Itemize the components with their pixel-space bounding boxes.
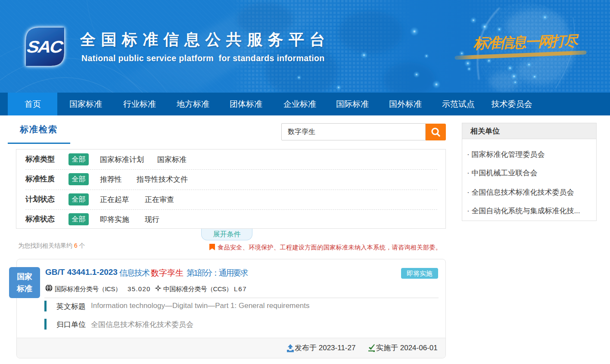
svg-text:标准信息一网打尽: 标准信息一网打尽 — [473, 33, 579, 51]
svg-text:SAC: SAC — [25, 37, 66, 56]
